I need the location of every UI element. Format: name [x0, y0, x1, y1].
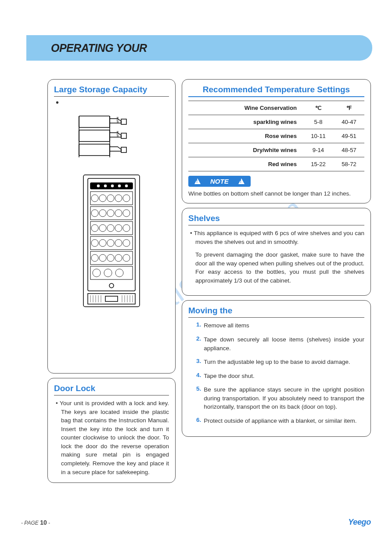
celsius-value: 10-11 — [303, 129, 334, 143]
table-header-row: Wine Conservation ℃ ℉ — [188, 101, 364, 115]
page-footer: - PAGE 10 - Yeego — [21, 518, 371, 527]
svg-text:wine: wine — [116, 131, 119, 138]
note-text: Wine bottles on bottom shelf cannot be l… — [188, 190, 364, 197]
svg-text:wine: wine — [116, 116, 119, 123]
header-celsius: ℃ — [303, 101, 334, 115]
svg-point-35 — [99, 225, 106, 232]
svg-point-27 — [115, 195, 122, 202]
svg-point-42 — [115, 239, 122, 247]
content-area: Large Storage Capacity • wine wine — [47, 79, 371, 483]
svg-point-14 — [104, 184, 107, 188]
celsius-value: 9-14 — [303, 143, 334, 157]
svg-point-44 — [91, 254, 98, 261]
svg-rect-53 — [88, 294, 135, 304]
item-text: Tape down securely all loose items (shel… — [204, 335, 364, 352]
table-row: Red wines 15-22 58-72 — [188, 157, 364, 171]
svg-rect-3 — [121, 133, 126, 138]
doorlock-title: Door Lock — [54, 384, 169, 395]
svg-rect-21 — [90, 236, 133, 250]
wine-name: Dry/white wines — [188, 143, 303, 157]
list-item: 5. Be sure the appliance stays secure in… — [196, 385, 364, 411]
shelves-p1: This appliance is equiped with 6 pcs of … — [188, 229, 364, 246]
svg-point-41 — [107, 239, 114, 247]
svg-point-49 — [93, 269, 101, 277]
list-item: 1. Remove all items — [196, 321, 364, 330]
svg-point-33 — [123, 210, 130, 217]
table-row: Rose wines 10-11 49-51 — [188, 129, 364, 143]
svg-rect-20 — [90, 221, 133, 235]
list-item: 6. Protect outside of appliance with a b… — [196, 417, 364, 425]
svg-point-15 — [111, 184, 114, 188]
warning-icon — [194, 178, 201, 184]
bullet-marker: • — [54, 100, 169, 105]
page-number-label: - PAGE 10 - — [21, 519, 50, 526]
svg-point-24 — [91, 195, 98, 202]
fahrenheit-value: 40-47 — [334, 115, 364, 129]
svg-point-39 — [91, 239, 98, 247]
left-column: Large Storage Capacity • wine wine — [47, 79, 176, 483]
wine-cooler-diagram — [82, 174, 141, 310]
section-title: OPERATING YOUR — [51, 42, 147, 54]
wine-bottles-diagram: wine wine — [76, 113, 147, 166]
svg-point-46 — [107, 254, 114, 261]
item-number: 5. — [196, 385, 201, 411]
svg-point-28 — [123, 195, 130, 202]
svg-rect-64 — [105, 296, 118, 301]
item-text: Tape the door shut. — [204, 372, 255, 381]
shelves-p2: To prevent damaging the door gasket, mak… — [188, 250, 364, 285]
svg-point-25 — [99, 195, 106, 202]
svg-rect-5 — [121, 147, 126, 152]
temperature-table: Wine Conservation ℃ ℉ sparkling wines 5-… — [188, 101, 364, 171]
moving-list: 1. Remove all items 2. Tape down securel… — [188, 321, 364, 425]
item-text: Protect outside of appliance with a blan… — [204, 417, 356, 425]
svg-point-17 — [125, 184, 128, 188]
list-item: 4. Tape the door shut. — [196, 372, 364, 381]
celsius-value: 5-8 — [303, 115, 334, 129]
svg-point-13 — [97, 184, 100, 188]
item-number: 3. — [196, 358, 201, 366]
svg-point-31 — [107, 210, 114, 217]
shelves-panel: Shelves This appliance is equiped with 6… — [182, 208, 371, 296]
moving-title: Moving the — [188, 306, 364, 318]
svg-point-30 — [99, 210, 106, 217]
shelves-body: This appliance is equiped with 6 pcs of … — [188, 229, 364, 285]
fahrenheit-value: 48-57 — [334, 143, 364, 157]
item-number: 6. — [196, 417, 201, 425]
svg-rect-19 — [90, 207, 133, 220]
svg-rect-4 — [79, 144, 110, 156]
svg-point-29 — [91, 210, 98, 217]
capacity-title: Large Storage Capacity — [54, 85, 169, 97]
doorlock-panel: Door Lock Your unit is provided with a l… — [47, 378, 176, 483]
svg-point-51 — [115, 269, 123, 277]
header-fahrenheit: ℉ — [334, 101, 364, 115]
svg-rect-23 — [90, 266, 133, 279]
svg-point-16 — [118, 184, 121, 188]
svg-point-36 — [107, 225, 114, 232]
item-text: Turn the adjustable leg up to the base t… — [204, 358, 350, 366]
svg-point-37 — [115, 225, 122, 232]
svg-rect-18 — [90, 192, 133, 205]
svg-point-45 — [99, 254, 106, 261]
capacity-panel: Large Storage Capacity • wine wine — [47, 79, 176, 374]
svg-point-32 — [115, 210, 122, 217]
list-item: 2. Tape down securely all loose items (s… — [196, 335, 364, 352]
brand-logo: Yeego — [348, 518, 371, 527]
temperature-panel: Recommended Temperature Settings Wine Co… — [182, 79, 371, 203]
table-row: sparkling wines 5-8 40-47 — [188, 115, 364, 129]
wine-name: sparkling wines — [188, 115, 303, 129]
item-text: Remove all items — [204, 321, 249, 330]
section-header: OPERATING YOUR — [26, 35, 372, 61]
wine-name: Red wines — [188, 157, 303, 171]
page-suffix: - — [47, 520, 50, 526]
capacity-images: wine wine — [54, 105, 169, 315]
svg-rect-1 — [121, 119, 126, 124]
item-number: 2. — [196, 335, 201, 352]
svg-point-52 — [109, 283, 114, 288]
svg-point-40 — [99, 239, 106, 247]
fahrenheit-value: 49-51 — [334, 129, 364, 143]
header-wine: Wine Conservation — [188, 101, 303, 115]
page-prefix: - PAGE — [21, 520, 40, 526]
warning-icon — [238, 178, 245, 184]
wine-name: Rose wines — [188, 129, 303, 143]
right-column: Recommended Temperature Settings Wine Co… — [182, 79, 371, 483]
